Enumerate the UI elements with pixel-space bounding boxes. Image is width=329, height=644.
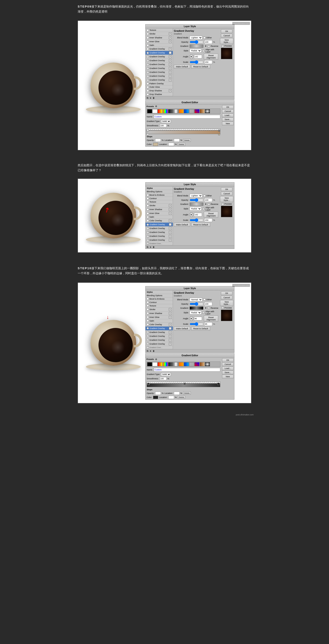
ls-texture[interactable]: Texture	[146, 28, 173, 32]
ge2-stop-2[interactable]	[183, 383, 186, 385]
ge-stop-color-location-input[interactable]	[168, 143, 174, 146]
scale-slider-1[interactable]	[190, 60, 203, 64]
ls-gradient-4-add[interactable]: +	[169, 67, 172, 70]
ok-btn-3[interactable]: OK	[221, 292, 232, 295]
ls-g2-3-check[interactable]	[147, 235, 149, 237]
ge2-stop-1[interactable]	[147, 383, 150, 385]
preset-transparent[interactable]	[189, 109, 194, 113]
scale-slider-2[interactable]	[190, 218, 203, 222]
ge2-preset-black[interactable]	[147, 362, 152, 366]
ge2-preset-orange[interactable]	[179, 362, 184, 366]
ls-inner-shadow-3[interactable]: Inner Shadow +	[146, 312, 173, 316]
ls-texture-3[interactable]: Texture	[146, 304, 173, 308]
reverse-check-3[interactable]	[208, 307, 210, 309]
ls-inner-shadow[interactable]: Inner Shadow +	[146, 36, 173, 40]
ls-inner-glow-2[interactable]: Inner Glow +	[146, 212, 173, 215]
stop-bot-left[interactable]	[147, 133, 149, 135]
ls-contour[interactable]: Contour	[146, 197, 173, 200]
bottom-trash-2[interactable]: 🗑	[153, 246, 155, 248]
ls-g2-1[interactable]: Gradient Overlay +	[146, 226, 173, 230]
ls-styles-title-3[interactable]: Styles	[146, 290, 173, 294]
ge2-preset-radial[interactable]	[205, 362, 210, 366]
ls-g2-2-check[interactable]	[147, 231, 149, 234]
ls-g2-2[interactable]: Gradient Overlay +	[146, 230, 173, 234]
ge-load-btn[interactable]: Load...	[222, 114, 233, 117]
reset-alignment-btn-2[interactable]: Reset Alignment	[204, 212, 218, 218]
ls-gradient-overlay-active[interactable]: Gradient Overlay +	[146, 51, 173, 55]
gradient-preview-1[interactable]	[190, 44, 203, 48]
ls-stroke-check[interactable]	[147, 33, 149, 35]
ls-gradient-3-add[interactable]: +	[169, 63, 172, 66]
ge2-load-btn[interactable]: Load...	[222, 366, 233, 370]
ls-gradient-7-check[interactable]	[147, 79, 149, 81]
style-select-3[interactable]: Radial	[190, 311, 201, 314]
opacity-slider-3[interactable]	[190, 302, 203, 306]
ge-stop-opacity-input[interactable]	[155, 138, 161, 142]
preset-red-yellow[interactable]	[158, 109, 163, 113]
ls-texture-check[interactable]	[147, 29, 149, 31]
preset-rainbow[interactable]	[163, 109, 168, 113]
reverse-check-2[interactable]	[208, 203, 210, 205]
ge-smoothness-input[interactable]	[160, 124, 167, 127]
ls-drop-shadow[interactable]: Drop Shadow +	[146, 89, 173, 93]
align-check-3[interactable]	[202, 312, 204, 314]
preset-radial[interactable]	[205, 109, 210, 113]
angle-input-1[interactable]	[194, 55, 202, 58]
ls-g2-4-add[interactable]: +	[169, 239, 172, 242]
ls-gradient-4[interactable]: Gradient Overlay +	[146, 66, 173, 70]
ls-gradient-check-active[interactable]	[147, 52, 149, 54]
ge2-gradient-bar[interactable]	[147, 384, 220, 387]
ls-pattern-check[interactable]	[147, 83, 149, 85]
scale-slider-3[interactable]	[190, 322, 203, 326]
ls-satin[interactable]: Satin	[146, 44, 173, 47]
preset-orange[interactable]	[179, 109, 184, 113]
ls-bevel-3[interactable]: Bevel & Emboss	[146, 297, 173, 301]
ls-color-overlay-2-add[interactable]: +	[169, 219, 172, 222]
ge2-smoothness-input[interactable]	[160, 377, 167, 380]
new-style-btn-3[interactable]: New Style...	[220, 300, 233, 306]
ls-color-overlay-add[interactable]: +	[169, 48, 172, 50]
ls-g2-3[interactable]: Gradient Overlay +	[146, 234, 173, 238]
ls-gradient-1-add[interactable]: +	[169, 55, 172, 58]
ge2-delete-btn-1[interactable]: Delete	[183, 392, 191, 394]
ls-color-overlay-check[interactable]	[147, 48, 149, 50]
ge2-preset-mixed[interactable]	[194, 362, 199, 366]
ls-bevel-emboss[interactable]: Bevel & Emboss	[146, 194, 173, 197]
ls-gradient-6-add[interactable]: +	[169, 75, 172, 78]
angle-input-2[interactable]	[194, 213, 202, 216]
ls-gradient-1-check[interactable]	[147, 56, 149, 58]
ls-g3-2[interactable]: Gradient Overlay +	[146, 334, 173, 338]
blend-mode-select-2[interactable]: Lighten	[190, 194, 202, 198]
ls-blending-3[interactable]: Blending Options	[146, 294, 173, 297]
preset-brown[interactable]	[200, 109, 205, 113]
ge-ok-btn[interactable]: OK	[222, 105, 233, 109]
bottom-trash-3[interactable]: 🗑	[153, 350, 155, 352]
ls-inner-glow-2-add[interactable]: +	[169, 212, 172, 215]
ls-stroke[interactable]: Stroke +	[146, 32, 173, 36]
ls-gradient-3[interactable]: Gradient Overlay +	[146, 62, 173, 66]
ok-btn-1[interactable]: OK	[221, 30, 232, 33]
opacity-input-2[interactable]	[204, 198, 212, 202]
ls-gradient-2-active-add[interactable]: +	[169, 223, 172, 226]
ok-btn-2[interactable]: OK	[221, 188, 232, 191]
ge2-preset-blue[interactable]	[184, 362, 189, 366]
ls-gradient-3-active[interactable]: Gradient Overlay +	[146, 326, 173, 330]
ls-gradient-6-check[interactable]	[147, 75, 149, 77]
preset-black[interactable]	[147, 109, 152, 113]
style-select-1[interactable]: Radial	[190, 49, 201, 52]
ls-inner-shadow-2-add[interactable]: +	[169, 208, 172, 211]
reset-alignment-btn-3[interactable]: Reset Alignment	[204, 316, 218, 322]
ls-color-overlay-2-check[interactable]	[147, 220, 149, 222]
ls-stroke-2-check[interactable]	[147, 204, 149, 207]
angle-input-3[interactable]	[194, 317, 202, 320]
ls-gradient-7[interactable]: Gradient Overlay +	[146, 78, 173, 82]
ls-g3-4[interactable]: Gradient Overlay +	[146, 342, 173, 346]
ge2-preset-dark[interactable]	[168, 362, 173, 366]
dither-check-3[interactable]	[203, 298, 205, 300]
ls-contour-3[interactable]: Contour	[146, 301, 173, 304]
ge2-type-select[interactable]: Solid	[161, 372, 171, 376]
ls-drop-shadow-2-check[interactable]	[147, 94, 149, 96]
ge2-save-btn[interactable]: Save...	[222, 371, 233, 374]
ge2-ok-btn[interactable]: OK	[222, 358, 233, 362]
cancel-btn-2[interactable]: Cancel	[221, 192, 232, 196]
